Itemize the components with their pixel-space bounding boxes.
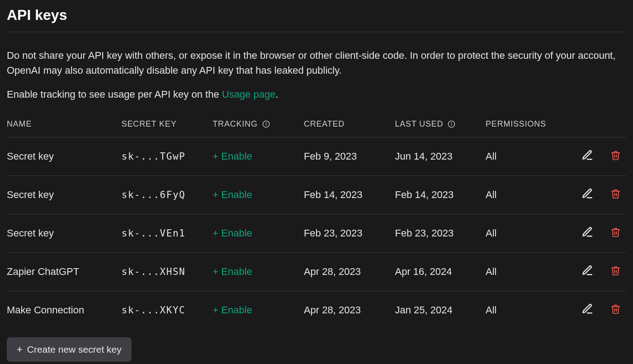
column-header-last-used-label: LAST USED [395, 119, 443, 128]
key-created: Feb 14, 2023 [304, 176, 395, 214]
column-header-tracking-label: TRACKING [213, 119, 257, 128]
key-secret: sk-...6FyQ [122, 176, 213, 214]
key-secret: sk-...VEn1 [122, 214, 213, 253]
delete-key-button[interactable] [610, 227, 621, 239]
key-last-used: Feb 23, 2023 [395, 214, 486, 253]
tracking-note-suffix: . [275, 89, 278, 100]
trash-icon [610, 227, 621, 239]
key-secret: sk-...XKYC [122, 291, 213, 330]
key-permissions: All [486, 214, 572, 253]
column-header-actions [572, 113, 626, 137]
edit-icon [581, 303, 593, 316]
column-header-permissions: PERMISSIONS [486, 113, 572, 137]
key-secret: sk-...XHSN [122, 253, 213, 291]
key-permissions: All [486, 176, 572, 214]
delete-key-button[interactable] [610, 150, 621, 162]
table-row: Secret key sk-...6FyQ + Enable Feb 14, 2… [7, 176, 626, 214]
trash-icon [610, 265, 621, 277]
info-icon[interactable] [448, 120, 455, 128]
edit-key-button[interactable] [581, 303, 593, 316]
enable-tracking-link[interactable]: + Enable [213, 227, 252, 239]
key-created: Apr 28, 2023 [304, 291, 395, 330]
table-row: Secret key sk-...VEn1 + Enable Feb 23, 2… [7, 214, 626, 253]
table-row: Make Connection sk-...XKYC + Enable Apr … [7, 291, 626, 330]
trash-icon [610, 150, 621, 162]
create-new-secret-key-button[interactable]: + Create new secret key [7, 337, 132, 362]
table-row: Secret key sk-...TGwP + Enable Feb 9, 20… [7, 137, 626, 176]
edit-icon [581, 226, 593, 239]
key-last-used: Jun 14, 2023 [395, 137, 486, 176]
key-permissions: All [486, 291, 572, 330]
key-name: Secret key [7, 214, 122, 253]
edit-key-button[interactable] [581, 188, 593, 201]
tracking-note-prefix: Enable tracking to see usage per API key… [7, 89, 222, 100]
key-name: Secret key [7, 176, 122, 214]
create-new-secret-key-label: Create new secret key [27, 344, 122, 355]
usage-page-link[interactable]: Usage page [222, 89, 276, 100]
key-name: Zapier ChatGPT [7, 253, 122, 291]
enable-tracking-link[interactable]: + Enable [213, 266, 252, 277]
key-name: Make Connection [7, 291, 122, 330]
edit-key-button[interactable] [581, 265, 593, 278]
info-icon[interactable] [262, 120, 270, 128]
edit-key-button[interactable] [581, 226, 593, 239]
enable-tracking-link[interactable]: + Enable [213, 151, 252, 162]
key-secret: sk-...TGwP [122, 137, 213, 176]
key-last-used: Jan 25, 2024 [395, 291, 486, 330]
key-created: Feb 9, 2023 [304, 137, 395, 176]
delete-key-button[interactable] [610, 265, 621, 277]
delete-key-button[interactable] [610, 189, 621, 200]
table-row: Zapier ChatGPT sk-...XHSN + Enable Apr 2… [7, 253, 626, 291]
edit-icon [581, 149, 593, 162]
key-created: Feb 23, 2023 [304, 214, 395, 253]
enable-tracking-link[interactable]: + Enable [213, 304, 252, 316]
delete-key-button[interactable] [610, 304, 621, 316]
key-name: Secret key [7, 137, 122, 176]
column-header-tracking: TRACKING [213, 113, 304, 137]
api-keys-table: NAME SECRET KEY TRACKING CREATED LAST US… [7, 113, 626, 329]
key-created: Apr 28, 2023 [304, 253, 395, 291]
svg-point-5 [451, 123, 452, 123]
key-permissions: All [486, 137, 572, 176]
svg-point-2 [266, 123, 266, 123]
edit-icon [581, 265, 593, 278]
column-header-secret-key: SECRET KEY [122, 113, 213, 137]
key-permissions: All [486, 253, 572, 291]
edit-icon [581, 188, 593, 201]
key-last-used: Apr 16, 2024 [395, 253, 486, 291]
tracking-note: Enable tracking to see usage per API key… [7, 89, 626, 100]
key-last-used: Feb 14, 2023 [395, 176, 486, 214]
column-header-name: NAME [7, 113, 122, 137]
plus-icon: + [17, 344, 23, 355]
enable-tracking-link[interactable]: + Enable [213, 189, 252, 200]
api-key-warning-text: Do not share your API key with others, o… [7, 48, 626, 78]
trash-icon [610, 304, 621, 316]
page-title: API keys [7, 7, 626, 32]
column-header-created: CREATED [304, 113, 395, 137]
edit-key-button[interactable] [581, 149, 593, 162]
trash-icon [610, 189, 621, 200]
column-header-last-used: LAST USED [395, 113, 486, 137]
